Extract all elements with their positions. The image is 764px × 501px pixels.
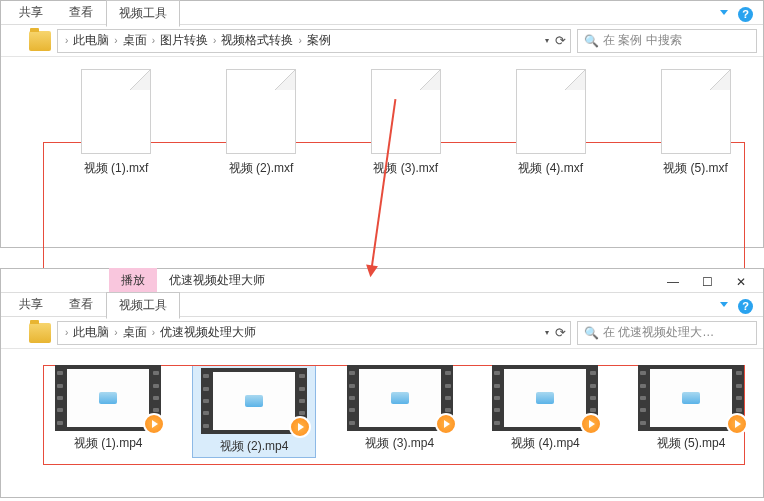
video-thumb — [201, 368, 307, 434]
file-icon — [226, 69, 296, 154]
chevron-down-icon[interactable]: ▾ — [545, 328, 549, 337]
file-item[interactable]: 视频 (1).mxf — [59, 69, 174, 177]
address-bar-row: › 此电脑 › 桌面 › 图片转换 › 视频格式转换 › 案例 ▾ ⟳ 🔍 在 … — [1, 25, 763, 57]
file-name: 视频 (1).mp4 — [74, 435, 143, 452]
file-item[interactable]: 视频 (3).mp4 — [338, 365, 462, 458]
search-input[interactable]: 🔍 在 优速视频处理大… — [577, 321, 757, 345]
tab-view[interactable]: 查看 — [56, 0, 106, 26]
tab-view[interactable]: 查看 — [56, 291, 106, 318]
file-name: 视频 (3).mxf — [373, 160, 438, 177]
play-icon — [435, 413, 457, 435]
file-icon — [516, 69, 586, 154]
search-icon: 🔍 — [584, 326, 599, 340]
breadcrumb[interactable]: › 此电脑 › 桌面 › 图片转换 › 视频格式转换 › 案例 ▾ ⟳ — [57, 29, 571, 53]
app-title: 优速视频处理大师 — [157, 268, 277, 292]
tab-video-tools[interactable]: 视频工具 — [106, 292, 180, 319]
chevron-right-icon: › — [111, 327, 120, 338]
tab-share[interactable]: 共享 — [6, 291, 56, 318]
maximize-button[interactable]: ☐ — [691, 271, 723, 293]
file-grid: 视频 (1).mxf 视频 (2).mxf 视频 (3).mxf 视频 (4).… — [1, 57, 763, 187]
chevron-right-icon: › — [111, 35, 120, 46]
file-item[interactable]: 视频 (3).mxf — [348, 69, 463, 177]
explorer-window-target: 播放 优速视频处理大师 — ☐ ✕ 共享 查看 视频工具 ? › 此电脑 › 桌… — [0, 268, 764, 498]
breadcrumb-seg[interactable]: 此电脑 — [71, 32, 111, 49]
video-thumb — [55, 365, 161, 431]
file-name: 视频 (4).mxf — [518, 160, 583, 177]
window-controls: — ☐ ✕ — [657, 271, 757, 293]
play-icon — [143, 413, 165, 435]
nav-up-icon[interactable] — [7, 321, 23, 345]
file-name: 视频 (5).mp4 — [657, 435, 726, 452]
chevron-down-icon[interactable]: ▾ — [545, 36, 549, 45]
play-icon — [726, 413, 748, 435]
help-dropdown-icon[interactable] — [720, 10, 728, 15]
minimize-button[interactable]: — — [657, 271, 689, 293]
file-item[interactable]: 视频 (5).mp4 — [629, 365, 753, 458]
file-name: 视频 (1).mxf — [84, 160, 149, 177]
file-icon — [81, 69, 151, 154]
breadcrumb-seg[interactable]: 视频格式转换 — [219, 32, 295, 49]
ribbon-subtabs: 共享 查看 视频工具 ? — [1, 293, 763, 317]
file-icon — [371, 69, 441, 154]
breadcrumb-seg[interactable]: 优速视频处理大师 — [158, 324, 258, 341]
file-name: 视频 (4).mp4 — [511, 435, 580, 452]
explorer-window-source: 共享 查看 视频工具 ? › 此电脑 › 桌面 › 图片转换 › 视频格式转换 … — [0, 0, 764, 248]
breadcrumb-seg[interactable]: 此电脑 — [71, 324, 111, 341]
file-item[interactable]: 视频 (1).mp4 — [46, 365, 170, 458]
search-placeholder: 在 案例 中搜索 — [603, 32, 682, 49]
breadcrumb-seg[interactable]: 桌面 — [121, 32, 149, 49]
file-item[interactable]: 视频 (2).mxf — [204, 69, 319, 177]
ribbon-subtabs: 共享 查看 视频工具 ? — [1, 1, 763, 25]
help-dropdown-icon[interactable] — [720, 302, 728, 307]
breadcrumb-seg[interactable]: 图片转换 — [158, 32, 210, 49]
folder-icon — [29, 31, 51, 51]
breadcrumb-seg[interactable]: 桌面 — [121, 324, 149, 341]
tab-play[interactable]: 播放 — [109, 268, 157, 292]
chevron-right-icon: › — [62, 35, 71, 46]
folder-icon — [29, 323, 51, 343]
breadcrumb-seg[interactable]: 案例 — [305, 32, 333, 49]
chevron-right-icon: › — [62, 327, 71, 338]
file-name: 视频 (2).mp4 — [220, 438, 289, 455]
refresh-icon[interactable]: ⟳ — [555, 33, 566, 48]
file-item[interactable]: 视频 (4).mp4 — [484, 365, 608, 458]
nav-up-icon[interactable] — [7, 29, 23, 53]
chevron-right-icon: › — [210, 35, 219, 46]
breadcrumb[interactable]: › 此电脑 › 桌面 › 优速视频处理大师 ▾ ⟳ — [57, 321, 571, 345]
tab-share[interactable]: 共享 — [6, 0, 56, 26]
file-item[interactable]: 视频 (4).mxf — [493, 69, 608, 177]
help-icon[interactable]: ? — [738, 299, 753, 314]
ribbon-toptabs: 播放 优速视频处理大师 — ☐ ✕ — [1, 269, 763, 293]
help-icon[interactable]: ? — [738, 7, 753, 22]
video-thumb — [347, 365, 453, 431]
refresh-icon[interactable]: ⟳ — [555, 325, 566, 340]
file-name: 视频 (2).mxf — [229, 160, 294, 177]
file-name: 视频 (3).mp4 — [365, 435, 434, 452]
search-placeholder: 在 优速视频处理大… — [603, 324, 714, 341]
search-icon: 🔍 — [584, 34, 599, 48]
close-button[interactable]: ✕ — [725, 271, 757, 293]
play-icon — [580, 413, 602, 435]
play-icon — [289, 416, 311, 438]
chevron-right-icon: › — [149, 327, 158, 338]
video-thumb — [638, 365, 744, 431]
tab-video-tools[interactable]: 视频工具 — [106, 0, 180, 27]
chevron-right-icon: › — [295, 35, 304, 46]
search-input[interactable]: 🔍 在 案例 中搜索 — [577, 29, 757, 53]
file-item-selected[interactable]: 视频 (2).mp4 — [192, 365, 316, 458]
file-grid: 视频 (1).mp4 视频 (2).mp4 视频 (3).mp4 视频 (4).… — [1, 349, 763, 468]
file-item[interactable]: 视频 (5).mxf — [638, 69, 753, 177]
video-thumb — [492, 365, 598, 431]
file-icon — [661, 69, 731, 154]
file-name: 视频 (5).mxf — [663, 160, 728, 177]
chevron-right-icon: › — [149, 35, 158, 46]
address-bar-row: › 此电脑 › 桌面 › 优速视频处理大师 ▾ ⟳ 🔍 在 优速视频处理大… — [1, 317, 763, 349]
